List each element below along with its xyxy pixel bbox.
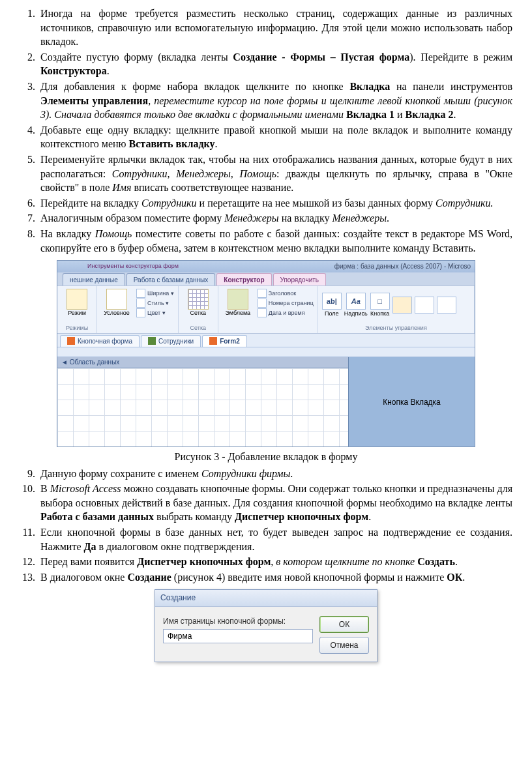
more-control-1[interactable] xyxy=(392,297,412,314)
text: в диалоговом окне подтверждения. xyxy=(96,541,255,552)
italic: Сотрудники фирмы xyxy=(201,468,290,479)
text: . xyxy=(107,65,110,76)
text: Аналогичным образом поместите форму xyxy=(40,212,224,224)
name-label: Имя страницы кнопочной формы: xyxy=(163,616,313,626)
access-window: Инструменты конструктора форм фирма : ба… xyxy=(57,260,475,447)
doctab-employees[interactable]: Сотрудники xyxy=(141,335,201,347)
italic: Менеджеры xyxy=(332,212,387,224)
text: . xyxy=(462,572,465,583)
ribbon-group-modes: Режим Режимы xyxy=(57,286,97,333)
horizontal-ruler xyxy=(57,347,475,357)
ribbon-group-font: Условное Ширина ▾ Стиль ▾ Цвет ▾ xyxy=(97,286,179,333)
group-label xyxy=(222,324,314,332)
italic: Помощь xyxy=(95,228,132,239)
window-title: фирма : база данных (Access 2007) - Micr… xyxy=(334,262,471,271)
list-item: Если кнопочной формы в базе данных нет, … xyxy=(38,525,512,553)
text: и перетащите на нее мышкой из базы данны… xyxy=(197,197,436,209)
text: Перейдите на вкладку xyxy=(40,197,141,209)
bold: Вкладка 1 xyxy=(346,109,394,120)
text: . xyxy=(215,138,218,149)
line-options: Ширина ▾ Стиль ▾ Цвет ▾ xyxy=(136,289,174,317)
name-input[interactable] xyxy=(163,629,313,643)
cancel-button[interactable]: Отмена xyxy=(319,637,369,654)
title-bar: Инструменты конструктора форм фирма : ба… xyxy=(57,261,475,272)
button-control[interactable]: □ xyxy=(370,293,390,310)
bold: Создание - Формы – Пустая форма xyxy=(233,51,409,63)
italic: Microsoft Access xyxy=(50,483,121,494)
bold: Создание xyxy=(127,572,171,583)
group-label: Элементы управления xyxy=(322,324,470,332)
text: В xyxy=(40,483,50,494)
text: Добавьте еще одну вкладку: щелкните прав… xyxy=(40,124,512,150)
datetime-item[interactable]: Дата и время xyxy=(258,308,314,317)
bold: Работа с базами данных xyxy=(40,511,154,522)
tab-constructor[interactable]: Конструктор xyxy=(216,273,271,286)
doctab-switchboard[interactable]: Кнопочная форма xyxy=(60,335,140,347)
conditional-button[interactable]: Условное xyxy=(101,289,132,317)
tab-database-tools[interactable]: Работа с базами данных xyxy=(126,273,216,286)
label-control[interactable]: Aa xyxy=(346,293,366,310)
text: . xyxy=(290,468,293,479)
grid-button[interactable]: Сетка xyxy=(183,289,214,317)
create-dialog: Создание Имя страницы кнопочной формы: О… xyxy=(155,589,377,662)
list-item: Перед вами появится Диспетчер кнопочных … xyxy=(38,555,512,569)
width-icon xyxy=(136,289,145,298)
list-item: В Microsoft Access можно создавать кнопо… xyxy=(38,482,512,524)
style-item[interactable]: Стиль ▾ xyxy=(136,299,174,308)
pagenum-item[interactable]: Номера страниц xyxy=(258,299,314,308)
list-item: Данную форму сохраните с именем Сотрудни… xyxy=(38,467,512,481)
design-grid[interactable] xyxy=(57,368,348,446)
label: Условное xyxy=(104,310,130,317)
italic: , в котором щелкните по кнопке xyxy=(271,556,417,567)
header-items: Заголовок Номера страниц Дата и время xyxy=(258,289,314,317)
form-icon xyxy=(209,337,217,345)
figure-3: Инструменты конструктора форм фирма : ба… xyxy=(20,260,512,447)
style-icon xyxy=(136,299,145,308)
mode-button[interactable]: Режим xyxy=(61,289,93,317)
text: Для добавления к форме набора вкладок ще… xyxy=(40,81,349,92)
group-label: Сетка xyxy=(183,324,214,332)
more-control-3[interactable] xyxy=(437,297,456,314)
design-canvas: ◄ Область данных Кнопка Вкладка xyxy=(57,357,475,446)
textbox-control[interactable]: ab| xyxy=(322,293,342,310)
bold: Вкладка 2 xyxy=(406,109,454,120)
bold: Вкладка xyxy=(349,81,390,92)
view-icon xyxy=(66,289,87,310)
text: на панели инструментов xyxy=(390,81,512,92)
emblem-button[interactable]: Эмблема xyxy=(222,289,254,317)
doctab-form2[interactable]: Form2 xyxy=(202,335,247,347)
text: В диалоговом окне xyxy=(40,572,127,583)
ok-button[interactable]: ОК xyxy=(319,616,369,633)
text: вписать соответствующее название. xyxy=(131,182,293,193)
ctrl-label: Надпись xyxy=(344,310,368,317)
dialog-title: Создание xyxy=(155,590,377,606)
list-item: Перейдите на вкладку Сотрудники и перета… xyxy=(38,196,512,211)
bold: Вставить вкладку xyxy=(129,138,215,149)
italic: Сотрудники xyxy=(141,197,197,209)
title-item[interactable]: Заголовок xyxy=(258,289,314,298)
text: . xyxy=(455,556,458,567)
list-item: В диалоговом окне Создание (рисунок 4) в… xyxy=(38,570,512,585)
color-item[interactable]: Цвет ▾ xyxy=(136,308,174,317)
grid-icon xyxy=(188,289,209,310)
label: Эмблема xyxy=(225,310,250,317)
instruction-list: Иногда на форме требуется разместить нес… xyxy=(20,7,512,255)
callout-panel: Кнопка Вкладка xyxy=(348,357,475,446)
ribbon-group-grid: Сетка Сетка xyxy=(179,286,218,333)
pagenum-icon xyxy=(258,299,267,308)
text: Создайте пустую форму (вкладка ленты xyxy=(40,51,233,63)
list-item: Добавьте еще одну вкладку: щелкните прав… xyxy=(38,123,512,151)
form-icon xyxy=(148,337,156,345)
width-item[interactable]: Ширина ▾ xyxy=(136,289,174,298)
more-control-2[interactable] xyxy=(415,297,434,314)
tab-external-data[interactable]: нешние данные xyxy=(63,273,125,286)
text: выбрать команду xyxy=(154,511,235,522)
list-item: Для добавления к форме набора вкладок ще… xyxy=(38,80,512,122)
text: . xyxy=(368,511,371,522)
detail-section-header[interactable]: ◄ Область данных xyxy=(57,357,348,368)
dialog-left: Имя страницы кнопочной формы: xyxy=(163,616,313,654)
group-label: Режимы xyxy=(61,324,93,332)
dialog-buttons: ОК Отмена xyxy=(319,616,369,654)
tab-arrange[interactable]: Упорядочить xyxy=(273,273,327,286)
list-item: Аналогичным образом поместите форму Мене… xyxy=(38,211,512,226)
